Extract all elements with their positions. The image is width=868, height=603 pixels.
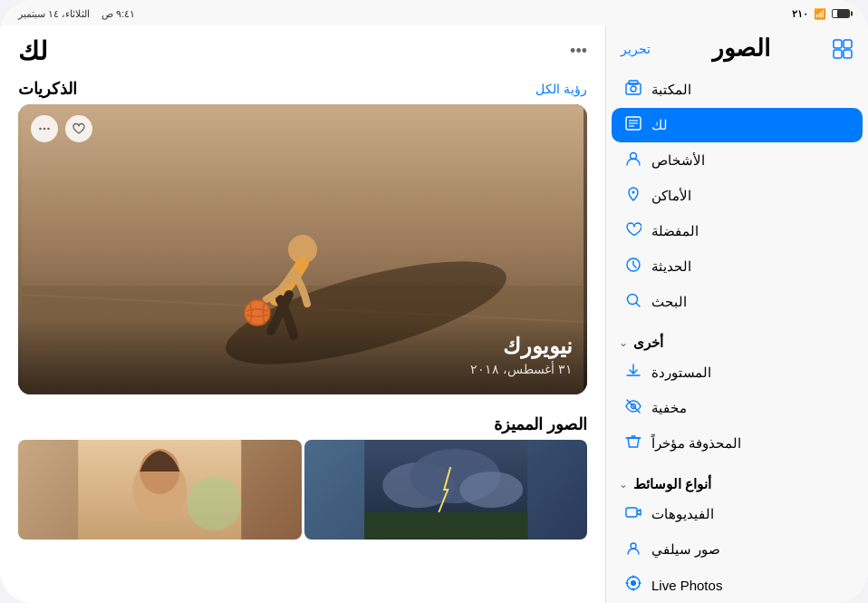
svg-point-6 (631, 86, 636, 92)
status-bar-left: 📶 ٢١٠ (792, 8, 850, 20)
status-bar: 📶 ٢١٠ ٩:٤١ ص الثلاثاء، ١٤ سبتمبر (0, 0, 868, 25)
svg-point-40 (459, 472, 523, 508)
device-frame: 📶 ٢١٠ ٩:٤١ ص الثلاثاء، ١٤ سبتمبر (0, 0, 868, 603)
featured-grid (0, 440, 605, 540)
sidebar: الصور تحرير المكتبة ل (605, 25, 868, 603)
status-bar-datetime: ٩:٤١ ص الثلاثاء، ١٤ سبتمبر (18, 8, 135, 20)
memory-card-title: نيويورك (33, 334, 573, 359)
layout-icon[interactable] (832, 38, 854, 60)
sidebar-title: الصور (712, 34, 770, 63)
wifi-icon: 📶 (814, 8, 826, 20)
main-layout: الصور تحرير المكتبة ل (0, 25, 868, 603)
status-time: ٩:٤١ ص (101, 8, 135, 19)
featured-section-title: الصور المميزة (0, 409, 605, 440)
for-you-icon (624, 115, 642, 135)
selfies-icon (624, 540, 642, 559)
sidebar-item-people[interactable]: الأشخاص (612, 143, 863, 178)
sidebar-item-videos[interactable]: الفيديوهات (612, 497, 863, 531)
sidebar-item-selfies[interactable]: صور سيلفي (612, 532, 863, 567)
media-types-section-header: أنواع الوسائط ⌄ (606, 469, 868, 496)
places-icon (624, 186, 642, 206)
memories-section-title: الذكريات (18, 79, 77, 99)
svg-point-12 (632, 191, 635, 194)
content-area: ••• لك رؤية الكل الذكريات (0, 25, 605, 603)
sidebar-item-live-photos[interactable]: Live Photos (612, 568, 863, 602)
featured-section: الصور المميزة (0, 409, 605, 540)
media-types-chevron-icon[interactable]: ⌄ (619, 478, 628, 491)
memory-actions (31, 115, 92, 142)
favorites-icon (624, 221, 642, 241)
memory-card-overlay: نيويورك ٣١ أغسطس، ٢٠١٨ (18, 319, 587, 394)
videos-icon (624, 504, 642, 524)
svg-line-15 (636, 303, 640, 306)
featured-thumb-2[interactable] (18, 440, 302, 540)
sidebar-item-recently-deleted[interactable]: المحذوفة مؤخراً (612, 426, 863, 461)
svg-rect-3 (844, 50, 852, 58)
battery-icon (832, 9, 850, 18)
memories-section-header: رؤية الكل الذكريات (0, 73, 605, 104)
sidebar-item-places[interactable]: الأماكن (612, 179, 863, 213)
svg-point-36 (47, 128, 50, 131)
svg-point-34 (39, 128, 42, 131)
svg-rect-2 (834, 50, 842, 58)
svg-rect-19 (626, 508, 637, 517)
hidden-icon (624, 398, 642, 418)
memory-card[interactable]: نيويورك ٣١ أغسطس، ٢٠١٨ (18, 104, 587, 394)
search-icon (624, 292, 642, 312)
svg-rect-4 (626, 83, 641, 94)
svg-point-45 (187, 476, 241, 530)
content-title: لك (18, 36, 48, 66)
svg-rect-1 (844, 40, 852, 48)
recent-icon (624, 257, 642, 277)
status-date: الثلاثاء، ١٤ سبتمبر (18, 8, 90, 19)
svg-point-20 (631, 543, 636, 549)
other-chevron-icon[interactable]: ⌄ (619, 336, 628, 349)
sidebar-item-for-you[interactable]: لك (612, 108, 863, 142)
sidebar-section-main: المكتبة لك (606, 68, 868, 324)
sidebar-item-hidden[interactable]: مخفية (612, 391, 863, 425)
see-all-link[interactable]: رؤية الكل (535, 82, 587, 96)
sidebar-header: الصور تحرير (606, 25, 868, 68)
people-icon (624, 151, 642, 170)
sidebar-section-other: أخرى ⌄ المستوردة مخفية (606, 324, 868, 465)
edit-button[interactable]: تحرير (621, 42, 651, 56)
svg-rect-41 (364, 512, 527, 540)
memory-favorite-button[interactable] (65, 115, 92, 142)
library-icon (624, 80, 642, 100)
imported-icon (624, 363, 642, 383)
content-header: ••• لك (0, 25, 605, 73)
more-options-button[interactable]: ••• (570, 42, 587, 61)
sidebar-section-media-types: أنواع الوسائط ⌄ الفيديوهات صور سيلفي (606, 465, 868, 603)
svg-point-35 (43, 128, 46, 131)
svg-rect-0 (834, 40, 842, 48)
other-section-header: أخرى ⌄ (606, 327, 868, 355)
svg-line-17 (627, 400, 640, 413)
sidebar-item-library[interactable]: المكتبة (612, 73, 863, 107)
sidebar-item-favorites[interactable]: المفضلة (612, 214, 863, 248)
sidebar-item-search[interactable]: البحث (612, 285, 863, 319)
memory-card-date: ٣١ أغسطس، ٢٠١٨ (33, 362, 573, 376)
memory-more-button[interactable] (31, 115, 58, 142)
signal-strength: ٢١٠ (792, 8, 808, 20)
featured-thumb-1[interactable] (304, 440, 588, 540)
live-photos-icon (624, 575, 642, 595)
sidebar-item-recent[interactable]: الحديثة (612, 249, 863, 284)
sidebar-item-imported[interactable]: المستوردة (612, 355, 863, 390)
svg-rect-5 (629, 81, 638, 84)
trash-icon (624, 433, 642, 453)
svg-point-22 (631, 580, 636, 586)
